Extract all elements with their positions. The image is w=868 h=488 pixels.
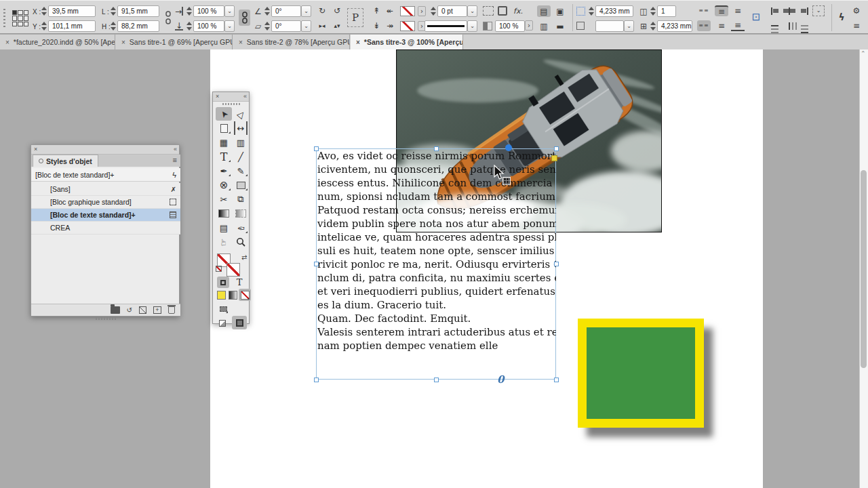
distribute-bottom-button[interactable] bbox=[797, 20, 811, 31]
wrap-offset-field[interactable]: 4,233 mm bbox=[595, 5, 633, 17]
stroke-color-swatch[interactable] bbox=[400, 6, 415, 16]
free-transform-tool[interactable]: ⧉ bbox=[233, 192, 249, 206]
valign-justify-button[interactable]: ≡ bbox=[715, 20, 728, 31]
gradient-feather-tool[interactable] bbox=[233, 207, 249, 220]
wrap-offset-stepper[interactable] bbox=[588, 5, 595, 17]
create-style-icon[interactable]: + bbox=[153, 306, 161, 314]
align-left-button[interactable] bbox=[768, 5, 781, 16]
link-scale-button[interactable] bbox=[239, 9, 250, 26]
wrap-bounding-box-button[interactable]: ▣ bbox=[553, 5, 567, 17]
clear-attributes-icon[interactable] bbox=[139, 306, 146, 314]
stroke-weight-dropdown[interactable]: ⌄ bbox=[467, 5, 477, 17]
y-stepper[interactable] bbox=[41, 20, 47, 32]
style-item-crea[interactable]: CREA bbox=[31, 222, 180, 235]
line-tool[interactable]: ╱ bbox=[233, 150, 249, 163]
valign-center-button[interactable]: ≡ bbox=[731, 5, 745, 16]
direct-selection-tool[interactable]: ▷ bbox=[233, 107, 249, 121]
stroke-style-dropdown[interactable] bbox=[425, 20, 467, 32]
panel-menu-icon[interactable]: ≡ bbox=[173, 156, 177, 164]
align-center-button[interactable] bbox=[783, 5, 796, 16]
gutter-stepper[interactable] bbox=[650, 20, 656, 32]
handle-top-left[interactable] bbox=[314, 146, 319, 151]
eyedropper-tool[interactable]: ✑ bbox=[233, 221, 249, 235]
flip-vertical-button[interactable]: ▴▾ bbox=[331, 20, 343, 31]
doc-tab-sans-titre-2[interactable]: × Sans titre-2 @ 78% [Aperçu GPU] bbox=[233, 35, 350, 49]
tab-object-styles[interactable]: Styles d'objet bbox=[33, 155, 98, 167]
select-next-button[interactable]: ↠ bbox=[384, 20, 396, 31]
y-field[interactable]: 101,1 mm bbox=[48, 20, 96, 32]
x-stepper[interactable] bbox=[41, 5, 47, 17]
width-stepper[interactable] bbox=[110, 5, 117, 17]
text-frame-content[interactable]: Avo, es videt oc reisse nirmis porum Rom… bbox=[317, 149, 556, 352]
collapse-icon[interactable]: « bbox=[174, 146, 176, 152]
new-style-group-icon[interactable] bbox=[111, 306, 120, 314]
content-collector-tool[interactable]: ▦ bbox=[216, 136, 232, 149]
frame-fitting-button[interactable]: ⊡ bbox=[749, 9, 764, 24]
toolbox-drag-handle[interactable] bbox=[222, 103, 241, 105]
handle-bottom-center[interactable] bbox=[434, 378, 439, 382]
rectangle-tool[interactable] bbox=[233, 178, 249, 192]
quick-apply-button[interactable]: ϟ bbox=[835, 9, 848, 24]
align-right-button[interactable] bbox=[797, 5, 811, 16]
scale-y-field[interactable]: 100 % bbox=[193, 20, 224, 32]
panel-menu-button[interactable]: ≡ bbox=[850, 20, 863, 31]
opacity-more-button[interactable]: › bbox=[525, 20, 533, 30]
gradient-tool[interactable] bbox=[216, 207, 232, 220]
apply-none-button[interactable] bbox=[239, 289, 251, 301]
height-field[interactable]: 88,2 mm bbox=[117, 20, 159, 32]
opacity-icon[interactable] bbox=[483, 22, 492, 30]
collapse-icon[interactable]: « bbox=[243, 93, 246, 100]
style-item-text-frame[interactable]: [Bloc de texte standard]+ bbox=[31, 209, 180, 222]
handle-mid-right[interactable] bbox=[554, 262, 559, 266]
pen-tool[interactable]: ✒ bbox=[216, 164, 232, 178]
handle-top-center[interactable] bbox=[434, 146, 439, 151]
x-field[interactable]: 39,5 mm bbox=[48, 5, 96, 17]
select-previous-button[interactable]: ↞ bbox=[384, 5, 396, 16]
scroll-up-icon[interactable]: ⌃ bbox=[861, 50, 866, 57]
columns-stepper[interactable] bbox=[650, 5, 656, 17]
doc-tab-facture[interactable]: × *facture_2020.indd @ 50% [Aperçu GPU] bbox=[0, 35, 115, 49]
selection-tool[interactable]: ➤ bbox=[216, 107, 232, 121]
delete-style-icon[interactable] bbox=[168, 306, 175, 314]
columns-field[interactable]: 1 bbox=[657, 5, 676, 17]
panel-drag-handle[interactable] bbox=[3, 9, 5, 28]
distribute-center-button[interactable] bbox=[783, 20, 796, 31]
hand-tool[interactable]: ☞ bbox=[216, 235, 232, 249]
rotate-ccw-button[interactable]: ↺ bbox=[331, 5, 343, 16]
ellipse-frame-tool[interactable]: ⊗ bbox=[216, 178, 232, 192]
list-view-button[interactable]: ≡≡ bbox=[697, 5, 711, 16]
fill-color-swatch[interactable] bbox=[400, 21, 415, 31]
clear-overrides-icon[interactable]: ↺ bbox=[127, 306, 132, 314]
green-rectangle[interactable] bbox=[578, 319, 704, 428]
apply-gradient-button[interactable] bbox=[229, 291, 237, 300]
stroke-weight-stepper[interactable] bbox=[430, 5, 437, 17]
swap-fill-stroke-icon[interactable]: ⇄ bbox=[241, 253, 247, 261]
corner-shape-arrow[interactable]: ⌄ bbox=[624, 20, 634, 32]
rotation-stepper[interactable] bbox=[264, 5, 271, 17]
live-corner-widget[interactable] bbox=[551, 155, 557, 161]
select-content-down-button[interactable]: ↡ bbox=[370, 20, 382, 31]
close-icon[interactable]: × bbox=[5, 39, 9, 46]
close-icon[interactable]: × bbox=[356, 39, 360, 46]
wrap-jump-button[interactable]: ▬ bbox=[553, 20, 567, 32]
type-tool[interactable]: T bbox=[216, 150, 232, 163]
content-placer-tool[interactable]: ▥ bbox=[233, 136, 249, 149]
corner-options-icon[interactable] bbox=[498, 6, 507, 16]
scale-x-dropdown[interactable]: ⌄ bbox=[224, 5, 235, 17]
rotation-field[interactable]: 0° bbox=[271, 5, 301, 17]
opacity-field[interactable]: 100 % bbox=[495, 20, 525, 32]
stroke-style-arrow[interactable]: ⌄ bbox=[467, 20, 477, 32]
gap-tool[interactable]: ↔ bbox=[234, 121, 248, 135]
workspace-gear-button[interactable]: ⚙ bbox=[850, 5, 863, 16]
handle-top-right[interactable] bbox=[554, 146, 559, 151]
doc-tab-sans-titre-1[interactable]: × Sans titre-1 @ 69% [Aperçu GPU] bbox=[116, 35, 233, 49]
gutter-field[interactable]: 4,233 mm bbox=[657, 20, 692, 32]
rotate-cw-button[interactable]: ↻ bbox=[316, 5, 328, 16]
scale-x-stepper[interactable] bbox=[186, 5, 193, 17]
constrain-dimensions-icon[interactable] bbox=[163, 10, 174, 25]
rotation-dropdown[interactable]: ⌄ bbox=[301, 5, 311, 17]
close-icon[interactable]: × bbox=[121, 39, 125, 46]
close-icon[interactable]: × bbox=[34, 146, 37, 152]
list-view-2-button[interactable]: ≡≡ bbox=[697, 20, 711, 31]
stroke-weight-field[interactable]: 0 pt bbox=[437, 5, 467, 17]
